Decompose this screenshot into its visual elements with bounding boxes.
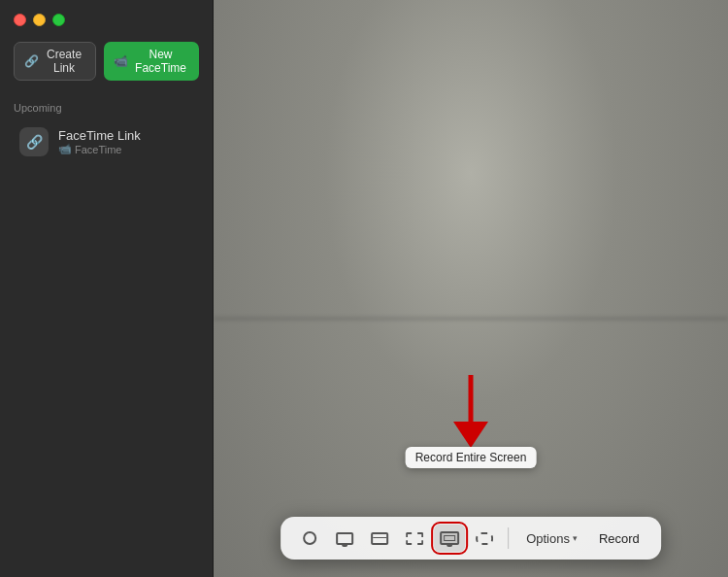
capture-window-icon	[371, 532, 388, 545]
capture-all-button[interactable]	[294, 525, 325, 552]
sidebar-actions: 🔗 Create Link 📹 New FaceTime	[0, 36, 213, 94]
capture-window-button[interactable]	[364, 525, 395, 552]
create-link-label: Create Link	[43, 48, 85, 75]
sidebar: 🔗 Create Link 📹 New FaceTime Upcoming 🔗 …	[0, 0, 214, 577]
record-selection-icon	[476, 532, 493, 545]
red-arrow	[442, 375, 500, 453]
horizon-line	[214, 318, 728, 320]
capture-screen-button[interactable]	[329, 525, 360, 552]
facetime-link-icon: 🔗	[19, 127, 49, 156]
create-link-button[interactable]: 🔗 Create Link	[14, 42, 96, 81]
upcoming-section-label: Upcoming	[0, 94, 213, 119]
close-button[interactable]	[14, 14, 26, 26]
link-glyph: 🔗	[26, 134, 43, 150]
facetime-link-subtitle: 📹 FaceTime	[58, 143, 141, 155]
new-facetime-label: New FaceTime	[132, 48, 189, 75]
capture-selection-button[interactable]	[399, 525, 430, 552]
facetime-subtitle-text: FaceTime	[75, 144, 122, 155]
facetime-subtitle-icon: 📹	[58, 143, 72, 155]
facetime-link-text: FaceTime Link 📹 FaceTime	[58, 128, 141, 155]
record-screen-icon	[440, 531, 459, 545]
main-background	[214, 0, 728, 577]
traffic-lights	[0, 0, 213, 36]
record-screen-button[interactable]	[434, 525, 465, 552]
capture-selection-icon	[406, 532, 423, 545]
capture-all-icon	[303, 531, 316, 545]
minimize-button[interactable]	[33, 14, 46, 26]
main-area: Record Entire Screen Options	[214, 0, 728, 577]
facetime-link-item[interactable]: 🔗 FaceTime Link 📹 FaceTime	[6, 119, 207, 164]
facetime-link-title: FaceTime Link	[58, 128, 141, 143]
record-button[interactable]: Record	[591, 526, 647, 551]
maximize-button[interactable]	[52, 14, 65, 26]
new-facetime-button[interactable]: 📹 New FaceTime	[104, 42, 199, 81]
bottom-toolbar: Options ▾ Record	[281, 517, 661, 560]
tooltip: Record Entire Screen	[406, 447, 537, 468]
video-icon: 📹	[114, 54, 128, 68]
capture-screen-icon	[336, 532, 353, 545]
chevron-down-icon: ▾	[573, 533, 578, 543]
link-icon: 🔗	[24, 54, 39, 68]
toolbar-divider	[508, 527, 509, 549]
svg-marker-1	[453, 422, 488, 448]
record-label: Record	[599, 531, 640, 546]
record-selection-button[interactable]	[469, 525, 500, 552]
options-button[interactable]: Options ▾	[516, 526, 587, 551]
options-label: Options	[526, 531, 570, 546]
tooltip-text: Record Entire Screen	[415, 451, 527, 464]
